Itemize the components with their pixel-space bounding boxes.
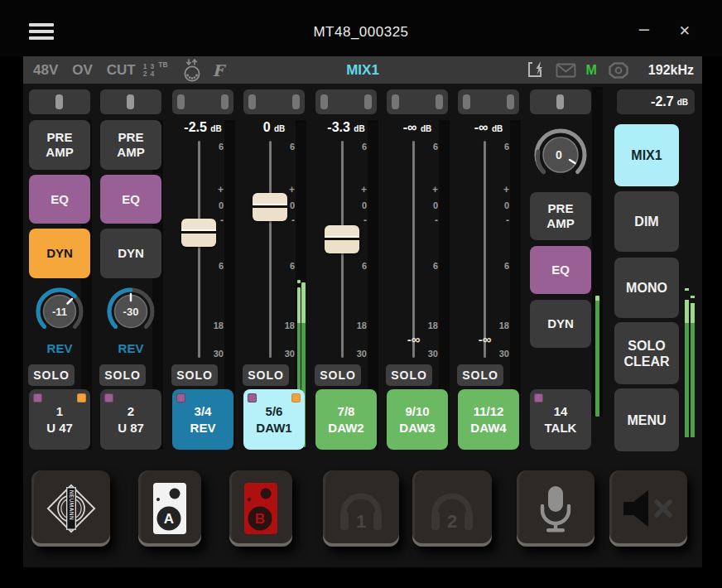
fader-scale-mark: 30 <box>357 349 367 359</box>
channel-select-button[interactable]: 14 TALK <box>530 389 591 450</box>
snapshot-icon[interactable] <box>524 60 546 80</box>
pan-control[interactable] <box>387 89 448 114</box>
mixer-screen: 48V OV CUT 12 34 TB F <box>23 56 702 567</box>
fader-scale-mark: 6 <box>219 261 224 271</box>
settings-gear-icon[interactable] <box>607 60 630 80</box>
fader-scale-mark: 6 <box>504 142 509 152</box>
fader-scale-mark: 6 <box>290 261 295 271</box>
eq-button[interactable]: EQ <box>29 175 90 224</box>
solo-button[interactable]: SOLO <box>457 364 503 386</box>
pan-thumb-left[interactable] <box>248 94 256 109</box>
preamp-button[interactable]: PRE AMP <box>29 120 90 170</box>
fader-scale-mark: 18 <box>499 321 509 330</box>
speaker-b-icon: B <box>242 481 280 536</box>
pan-thumb-left[interactable] <box>392 94 399 109</box>
dyn-button[interactable]: DYN <box>29 229 90 278</box>
pan-control[interactable] <box>530 89 591 114</box>
eq-button[interactable]: EQ <box>530 246 591 294</box>
channel-number: 9/10 <box>405 404 429 418</box>
channel-number: 14 <box>554 404 568 418</box>
pan-thumb-left[interactable] <box>320 94 328 109</box>
pan-control[interactable] <box>100 89 161 114</box>
solo-button[interactable]: SOLO <box>243 364 289 386</box>
eq-status-dot <box>534 393 543 402</box>
solo-button[interactable]: SOLO <box>315 364 361 386</box>
channel-strip-9-10: -∞ dB 6+0-61830 -∞ SOLO 9/10 DAW3 <box>387 89 448 450</box>
fader-track[interactable] <box>484 141 486 358</box>
preamp-button[interactable]: PRE AMP <box>100 120 161 170</box>
channel-strip-2: PRE AMP EQ DYN -30 REV SOLO 2 U 87 <box>100 89 161 450</box>
solo-button[interactable]: SOLO <box>171 364 218 386</box>
aux-send-knob[interactable]: -11 <box>33 285 86 338</box>
talkback-mic-button[interactable] <box>517 470 594 547</box>
dyn-button[interactable]: DYN <box>530 300 591 348</box>
channel-select-button[interactable]: 9/10 DAW3 <box>387 389 448 450</box>
neumann-logo-button[interactable]: NEUMANN <box>31 470 110 547</box>
fader-handle[interactable] <box>253 193 287 221</box>
mix1-button[interactable]: MIX1 <box>614 124 679 186</box>
eq-button[interactable]: EQ <box>100 175 161 224</box>
channel-number: 11/12 <box>474 404 504 418</box>
svg-text:1: 1 <box>356 511 366 532</box>
fader-track[interactable] <box>198 141 200 358</box>
pan-thumb[interactable] <box>127 94 134 109</box>
channel-source: U 47 <box>46 421 73 435</box>
pan-thumb[interactable] <box>556 94 564 109</box>
channel-select-button[interactable]: 5/6 DAW1 <box>243 389 305 450</box>
channel-strip-talk: 0 PRE AMP EQ DYN 14 TALK <box>530 89 591 450</box>
mute-button[interactable] <box>609 470 687 547</box>
headphones-1-button[interactable]: 1 <box>323 470 399 547</box>
fader-scale-mark: + <box>503 185 509 195</box>
fader-scale-mark: - <box>291 215 295 225</box>
window-title: MT48_000325 <box>0 24 722 41</box>
solo-button[interactable]: SOLO <box>386 364 432 386</box>
channel-strip-11-12: -∞ dB 6+0-61830 -∞ SOLO 11/12 DAW4 <box>458 89 519 450</box>
channel-select-button[interactable]: 2 U 87 <box>100 389 161 450</box>
dim-button[interactable]: DIM <box>614 191 679 252</box>
pan-control[interactable] <box>458 89 519 114</box>
pan-thumb-left[interactable] <box>463 94 470 109</box>
fader-handle[interactable] <box>325 225 359 253</box>
close-button[interactable]: ✕ <box>679 22 691 40</box>
channel-select-button[interactable]: 3/4 REV <box>172 389 233 450</box>
mail-icon[interactable] <box>556 63 576 78</box>
channel-select-button[interactable]: 11/12 DAW4 <box>458 389 519 450</box>
eq-status-dot <box>176 393 185 402</box>
cut-indicator: CUT <box>107 62 136 79</box>
fader-scale-mark: 30 <box>499 349 509 359</box>
dyn-button[interactable]: DYN <box>100 229 161 278</box>
svg-text:A: A <box>164 511 174 527</box>
speaker-a-button[interactable]: A <box>138 470 201 547</box>
aux-send-knob[interactable]: -30 <box>104 285 157 338</box>
fader-scale-mark: 0 <box>362 200 367 210</box>
fader-floor-indicator[interactable]: -∞ <box>387 332 440 346</box>
pan-control[interactable] <box>172 89 233 114</box>
minimize-button[interactable]: – <box>639 18 649 40</box>
pan-thumb-left[interactable] <box>177 94 185 109</box>
sample-rate: 192kHz <box>648 63 694 78</box>
pan-control[interactable] <box>243 89 305 114</box>
preamp-button[interactable]: PRE AMP <box>530 192 591 240</box>
talkback-level-knob[interactable]: 0 <box>532 126 590 184</box>
solo-clear-button[interactable]: SOLO CLEAR <box>614 322 679 384</box>
fader-floor-indicator[interactable]: -∞ <box>458 332 512 346</box>
channel-strip-3-4: -2.5 dB 6+0-61830 SOLO 3/4 REV <box>172 89 233 450</box>
menu-button[interactable]: MENU <box>614 388 679 451</box>
pan-thumb[interactable] <box>55 94 63 109</box>
headphones-2-button[interactable]: 2 <box>412 470 492 547</box>
fader-scale: 6+0-61830 <box>280 89 295 371</box>
pan-control[interactable] <box>315 89 377 114</box>
speaker-b-button[interactable]: B <box>229 470 292 547</box>
fader-scale-mark: 30 <box>285 349 295 359</box>
mono-button[interactable]: MONO <box>614 258 679 318</box>
channel-select-button[interactable]: 7/8 DAW2 <box>315 389 377 450</box>
knob-value: -30 <box>123 306 139 318</box>
pan-control[interactable] <box>29 89 90 114</box>
solo-button[interactable]: SOLO <box>28 364 75 386</box>
fader-handle[interactable] <box>181 219 216 247</box>
channel-select-button[interactable]: 1 U 47 <box>29 389 90 450</box>
fader-track[interactable] <box>269 141 272 358</box>
fader-scale-mark: 6 <box>362 261 367 271</box>
fader-track[interactable] <box>412 141 415 358</box>
solo-button[interactable]: SOLO <box>99 364 146 386</box>
